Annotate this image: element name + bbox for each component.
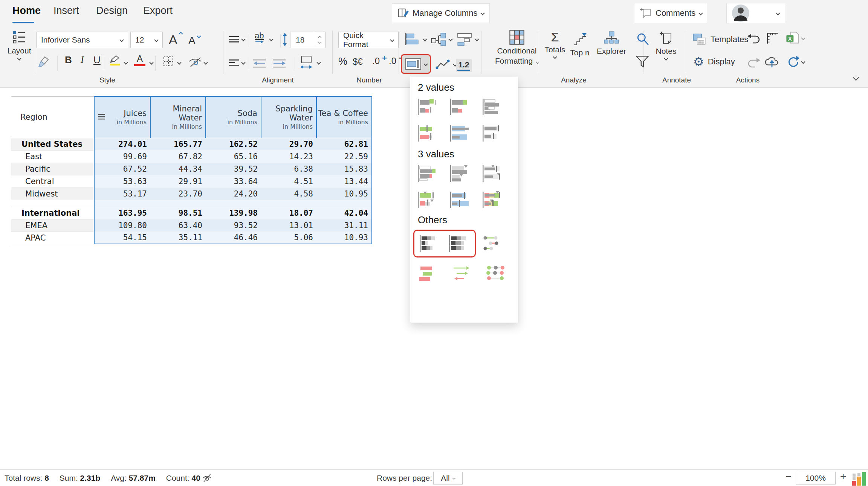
search-button[interactable] <box>636 32 649 46</box>
menu-icon-bullet-variance[interactable] <box>416 123 440 143</box>
menu-icon-qualitative-bullet[interactable] <box>481 190 504 210</box>
value-cell[interactable]: 163.95 <box>94 207 150 219</box>
menu-icon-triangle-marker-bar[interactable] <box>449 164 472 183</box>
percent-format-button[interactable]: % <box>338 56 347 67</box>
quick-format-select[interactable]: Quick Format <box>338 32 399 48</box>
menu-icon-arrow-change[interactable] <box>450 264 474 283</box>
zoom-out-button[interactable]: − <box>785 471 792 483</box>
chevron-down-icon[interactable] <box>203 60 208 64</box>
menu-icon-variance-pill[interactable] <box>416 264 440 283</box>
region-cell[interactable]: Pacific <box>11 163 94 175</box>
explorer-button[interactable]: Explorer <box>594 31 628 56</box>
chevron-down-icon[interactable] <box>269 37 273 41</box>
value-cell[interactable]: 65.16 <box>206 150 261 163</box>
column-header-sparkling-water[interactable]: Sparkling Water in Millions <box>261 96 316 138</box>
region-cell[interactable]: EMEA <box>11 219 94 232</box>
value-cell[interactable]: 29.91 <box>150 175 206 187</box>
region-cell[interactable]: Midwest <box>11 187 94 200</box>
value-cell[interactable]: 5.06 <box>261 232 316 244</box>
grow-font-button[interactable]: A <box>169 32 177 47</box>
menu-icon-variance-outline-bar[interactable] <box>416 164 440 183</box>
publish-button[interactable] <box>764 55 780 69</box>
value-cell[interactable]: 274.01 <box>94 138 150 150</box>
horizontal-align-button[interactable] <box>228 59 240 67</box>
notes-button[interactable]: Notes <box>654 31 678 60</box>
filter-button[interactable] <box>635 55 649 69</box>
templates-button[interactable]: Templates <box>692 33 748 46</box>
region-cell[interactable]: East <box>11 150 94 163</box>
value-cell[interactable]: 35.11 <box>150 232 206 244</box>
region-cell[interactable]: United States <box>11 138 94 150</box>
account-menu[interactable] <box>726 3 785 23</box>
chevron-down-icon[interactable] <box>316 60 321 64</box>
value-cell[interactable]: 63.40 <box>150 219 206 232</box>
refresh-button[interactable] <box>786 55 805 69</box>
stepper-down-icon[interactable] <box>318 41 321 44</box>
value-cell[interactable]: 22.59 <box>316 150 372 163</box>
value-cell[interactable]: 18.07 <box>261 207 316 219</box>
chevron-down-icon[interactable] <box>124 60 128 64</box>
region-cell[interactable]: APAC <box>11 232 94 244</box>
shrink-font-button[interactable]: A <box>188 35 196 47</box>
column-header-mineral-water[interactable]: Mineral Water in Millions <box>150 96 206 138</box>
value-cell[interactable]: 98.51 <box>150 207 206 219</box>
value-cell[interactable]: 10.95 <box>316 187 372 200</box>
tab-export[interactable]: Export <box>143 5 173 17</box>
menu-icon-bullet-blue-target[interactable] <box>449 190 472 210</box>
hide-stats-button[interactable] <box>202 473 212 483</box>
chevron-down-icon[interactable] <box>241 37 245 41</box>
export-excel-button[interactable]: X <box>785 31 805 45</box>
bullet-chart-menu-button[interactable] <box>401 54 431 74</box>
highlight-color-button[interactable] <box>108 54 121 66</box>
column-header-juices[interactable]: Juices in Millions <box>94 96 150 138</box>
menu-icon-dot-plot[interactable] <box>484 264 507 283</box>
value-cell[interactable]: 42.04 <box>316 207 372 219</box>
value-cell[interactable]: 15.83 <box>316 163 372 175</box>
menu-icon-stacked-bar[interactable] <box>418 234 442 253</box>
tab-insert[interactable]: Insert <box>53 5 79 17</box>
vertical-align-button[interactable] <box>228 35 240 44</box>
region-cell[interactable]: Central <box>11 175 94 187</box>
decrease-indent-button[interactable] <box>252 59 267 69</box>
column-width-button[interactable] <box>300 55 313 70</box>
italic-button[interactable]: I <box>81 55 84 65</box>
value-cell[interactable]: 99.69 <box>94 150 150 163</box>
menu-icon-overlapped-bar[interactable] <box>481 97 504 117</box>
row-height-stepper[interactable]: 18 <box>290 32 326 48</box>
tab-design[interactable]: Design <box>96 5 128 17</box>
zoom-in-button[interactable]: + <box>840 471 846 483</box>
borders-button[interactable] <box>163 56 174 67</box>
increase-decimal-button[interactable]: .0 + <box>372 56 380 66</box>
font-size-select[interactable]: 12 <box>130 32 163 48</box>
resize-ruler-button[interactable] <box>766 32 779 44</box>
bar-chart-button[interactable] <box>405 32 426 46</box>
value-cell[interactable]: 67.82 <box>150 150 206 163</box>
bold-button[interactable]: B <box>65 55 72 65</box>
menu-icon-dumbbell[interactable] <box>481 234 504 253</box>
menu-icon-stacked-bar-100[interactable] <box>448 234 471 253</box>
column-header-soda[interactable]: Soda in Millions <box>206 96 261 138</box>
value-cell[interactable]: 6.38 <box>261 163 316 175</box>
value-cell[interactable]: 31.11 <box>316 219 372 232</box>
value-cell[interactable]: 33.64 <box>206 175 261 187</box>
conditional-formatting-button[interactable]: Conditional Formatting <box>494 29 540 66</box>
currency-format-button[interactable]: $€ <box>353 57 363 66</box>
top-n-button[interactable]: Top n <box>568 32 591 57</box>
column-header-region[interactable]: Region <box>11 96 94 138</box>
value-cell[interactable]: 139.98 <box>206 207 261 219</box>
drag-handle-icon[interactable] <box>98 114 105 120</box>
chevron-down-icon[interactable] <box>177 60 181 64</box>
stepper-up-icon[interactable] <box>318 36 321 39</box>
region-cell[interactable]: International <box>11 207 94 219</box>
value-cell[interactable]: 53.17 <box>94 187 150 200</box>
comments-button[interactable]: Comments <box>634 3 708 23</box>
value-cell[interactable]: 109.80 <box>94 219 150 232</box>
collapse-ribbon-icon[interactable] <box>853 75 859 81</box>
totals-button[interactable]: Σ Totals <box>542 30 567 58</box>
manage-columns-button[interactable]: Manage Columns <box>392 3 490 23</box>
display-button[interactable]: ⚙ Display <box>693 56 735 68</box>
value-cell[interactable]: 13.44 <box>316 175 372 187</box>
chevron-down-icon[interactable] <box>149 60 153 64</box>
menu-icon-variance-inline-bar[interactable] <box>449 97 472 117</box>
increase-indent-button[interactable] <box>272 59 287 69</box>
